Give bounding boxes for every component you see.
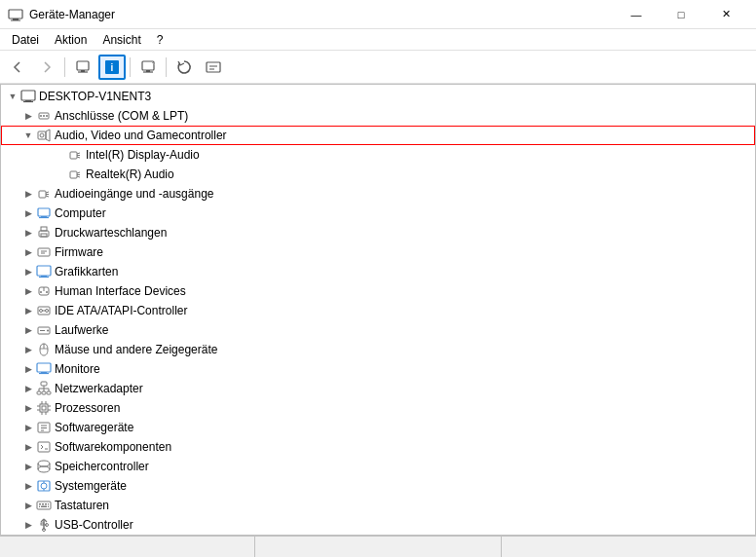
expand-laufwerke[interactable]: ▶: [20, 322, 36, 338]
menu-help[interactable]: ?: [149, 31, 171, 49]
tree-item-hid[interactable]: ▶ Human Interface Devices: [1, 281, 755, 301]
anschlusse-label: Anschlüsse (COM & LPT): [55, 109, 188, 123]
tree-item-prozessoren[interactable]: ▶ Prozessoren: [1, 398, 755, 418]
tree-item-softwaregerake[interactable]: ▶ Softwaregeräte: [1, 418, 755, 437]
laufwerke-label: Laufwerke: [55, 323, 108, 337]
tree-item-netzwerk[interactable]: ▶ Netzwerkadapter: [1, 379, 755, 398]
tree-item-tastaturen[interactable]: ▶ Tastaturen: [1, 496, 755, 515]
expand-mause[interactable]: ▶: [20, 342, 36, 357]
intel-audio-label: Intel(R) Display-Audio: [86, 148, 200, 162]
intel-audio-icon: [67, 147, 83, 163]
expand-usb[interactable]: ▶: [20, 517, 36, 533]
ide-label: IDE ATA/ATAPI-Controller: [55, 304, 187, 317]
tree-item-computer[interactable]: ▶ Computer: [1, 204, 755, 223]
display-icon: [36, 264, 52, 279]
tree-item-mause[interactable]: ▶ Mäuse und andere Zeigegeräte: [1, 340, 755, 359]
svg-rect-104: [41, 506, 47, 508]
root-label: DESKTOP-V1NENT3: [39, 90, 151, 103]
svg-point-55: [46, 310, 49, 313]
expand-systemgerate[interactable]: ▶: [20, 478, 36, 494]
tree-item-usb[interactable]: ▶ USB-Controller: [1, 515, 755, 535]
expand-druck[interactable]: ▶: [20, 225, 36, 241]
expand-audioeingange[interactable]: ▶: [20, 186, 36, 202]
minimize-button[interactable]: —: [614, 0, 659, 29]
expand-monitore[interactable]: ▶: [20, 361, 36, 377]
svg-point-24: [40, 133, 44, 137]
back-button[interactable]: [4, 55, 31, 80]
menu-ansicht[interactable]: Ansicht: [94, 31, 148, 49]
expand-ide[interactable]: ▶: [20, 303, 36, 318]
show-hidden-button[interactable]: [69, 55, 96, 80]
menu-datei[interactable]: Datei: [4, 31, 47, 49]
svg-rect-2: [11, 19, 20, 20]
scan-button[interactable]: [170, 55, 198, 80]
monitore-label: Monitore: [55, 362, 100, 376]
tree-item-root[interactable]: ▼ DESKTOP-V1NENT3: [1, 87, 755, 106]
expand-grafik[interactable]: ▶: [20, 264, 36, 279]
toolbar-sep-3: [166, 57, 167, 77]
expand-root[interactable]: ▼: [5, 89, 20, 104]
tree-item-grafikkarten[interactable]: ▶ Grafikkarten: [1, 262, 755, 281]
tree-item-druckwarteschlangen[interactable]: ▶ Druckwarteschlangen: [1, 223, 755, 242]
svg-rect-0: [9, 10, 22, 19]
expand-hid[interactable]: ▶: [20, 283, 36, 299]
uninstall-button[interactable]: [134, 55, 162, 80]
tree-item-monitore[interactable]: ▶ Monitore: [1, 359, 755, 379]
tree-item-realtek-audio[interactable]: ▶ Realtek(R) Audio: [1, 165, 755, 184]
expand-firmware[interactable]: ▶: [20, 244, 36, 260]
computer-label: Computer: [55, 206, 106, 220]
status-section-2: [255, 537, 503, 557]
computer-sm-icon: [36, 205, 52, 221]
expand-prozessoren[interactable]: ▶: [20, 400, 36, 416]
system-icon: [36, 478, 52, 494]
tree-item-speicher[interactable]: ▶ Speichercontroller: [1, 457, 755, 476]
port-icon: [36, 108, 52, 124]
svg-rect-74: [40, 404, 48, 412]
tree-item-audio[interactable]: ▼ Audio, Video und Gamecontroller: [1, 126, 755, 145]
tree-item-systemgerate[interactable]: ▶ Systemgeräte: [1, 476, 755, 496]
svg-rect-103: [39, 506, 40, 508]
tree-item-anschlusse[interactable]: ▶ Anschlüsse (COM & LPT): [1, 106, 755, 126]
cpu-icon: [36, 400, 52, 416]
ide-icon: [36, 303, 52, 318]
mouse-icon: [36, 342, 52, 357]
svg-point-19: [40, 115, 42, 117]
svg-rect-98: [37, 501, 51, 509]
device-tree[interactable]: ▼ DESKTOP-V1NENT3 ▶ Ansch: [1, 85, 755, 535]
maximize-button[interactable]: □: [659, 0, 703, 29]
tree-item-firmware[interactable]: ▶ Firmware: [1, 242, 755, 262]
window-title: Geräte-Manager: [29, 8, 614, 21]
tree-item-intel-audio[interactable]: ▶ Intel(R) Display-Audio: [1, 145, 755, 165]
forward-button[interactable]: [33, 55, 60, 80]
expand-softwaregerake[interactable]: ▶: [20, 420, 36, 435]
main-content: ▼ DESKTOP-V1NENT3 ▶ Ansch: [0, 84, 756, 536]
netzwerk-label: Netzwerkadapter: [55, 382, 143, 395]
expand-netzwerk[interactable]: ▶: [20, 381, 36, 396]
svg-rect-105: [48, 506, 49, 508]
svg-point-21: [46, 115, 48, 117]
expand-anschlusse[interactable]: ▶: [20, 108, 36, 124]
expand-audio[interactable]: ▼: [20, 128, 36, 143]
menu-aktion[interactable]: Aktion: [47, 31, 94, 49]
expand-tastaturen[interactable]: ▶: [20, 498, 36, 513]
svg-rect-102: [48, 503, 49, 505]
tastaturen-label: Tastaturen: [55, 499, 109, 512]
software-component-icon: [36, 439, 52, 455]
update-driver-button[interactable]: i: [98, 55, 126, 80]
expand-speicher[interactable]: ▶: [20, 459, 36, 474]
tree-item-audioeingange[interactable]: ▶ Audioeingänge und -ausgänge: [1, 184, 755, 204]
softwarekomponenten-label: Softwarekomponenten: [55, 440, 171, 454]
hid-label: Human Interface Devices: [55, 284, 186, 298]
close-button[interactable]: ✕: [703, 0, 748, 29]
expand-softwarekomponenten[interactable]: ▶: [20, 439, 36, 455]
tree-item-ide[interactable]: ▶ IDE ATA/ATAPI-Controller: [1, 301, 755, 320]
tree-item-softwarekomponenten[interactable]: ▶ Softwarekomponenten: [1, 437, 755, 457]
svg-rect-46: [37, 266, 51, 276]
tree-item-laufwerke[interactable]: ▶ Laufwerke: [1, 320, 755, 340]
properties-button[interactable]: [200, 55, 227, 80]
svg-rect-66: [37, 391, 41, 394]
expand-computer[interactable]: ▶: [20, 205, 36, 221]
toolbar-sep-2: [130, 57, 131, 77]
printer-icon: [36, 225, 52, 241]
grafik-label: Grafikkarten: [55, 265, 118, 278]
